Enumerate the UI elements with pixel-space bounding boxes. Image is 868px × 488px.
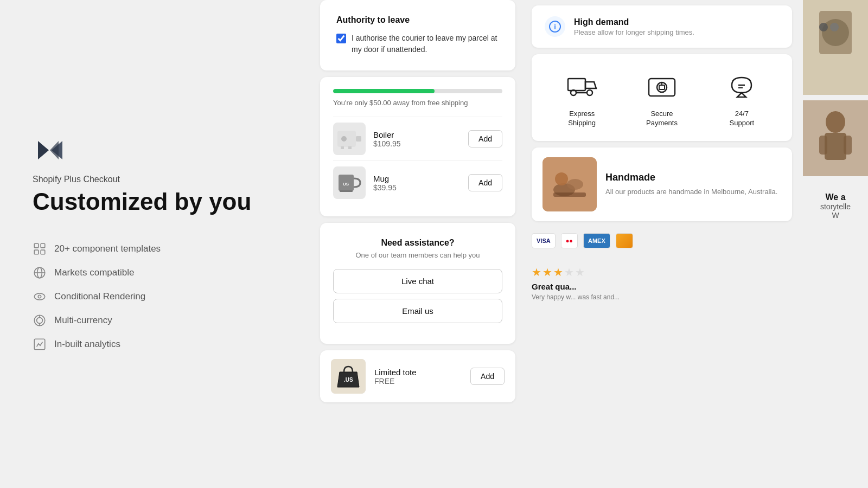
svg-rect-5 xyxy=(34,250,39,254)
svg-point-31 xyxy=(587,90,592,95)
svg-rect-53 xyxy=(844,136,852,155)
stars-row: ★ ★ ★ ★ ★ xyxy=(532,266,792,279)
handmade-card: Handmade All our products are handmade i… xyxy=(532,147,792,221)
svg-rect-29 xyxy=(568,79,585,91)
svg-marker-0 xyxy=(38,141,49,159)
feature-item-components: 20+ component templates xyxy=(33,242,282,256)
star-2: ★ xyxy=(542,266,552,279)
mug-image: US xyxy=(333,166,366,199)
svg-rect-20 xyxy=(341,146,344,149)
authority-checkbox-row: I authorise the courier to leave my parc… xyxy=(336,33,499,55)
svg-text:.US: .US xyxy=(344,377,353,383)
high-demand-title: High demand xyxy=(574,17,694,27)
truck-icon-box xyxy=(565,69,599,104)
high-demand-card: i High demand Please allow for longer sh… xyxy=(532,5,792,48)
feature-item-analytics: In-built analytics xyxy=(33,337,282,351)
live-chat-button[interactable]: Live chat xyxy=(333,269,502,293)
tote-name: Limited tote xyxy=(374,368,462,377)
handmade-subtitle: All our products are handmade in Melbour… xyxy=(605,187,777,197)
visa-logo: VISA xyxy=(532,233,556,248)
product-thumb-1-image xyxy=(803,0,868,95)
chart-icon xyxy=(33,337,47,351)
feature-item-rendering: Conditional Rendering xyxy=(33,290,282,304)
svg-rect-33 xyxy=(649,79,675,96)
review-section: ★ ★ ★ ★ ★ Great qua... Very happy w... w… xyxy=(532,260,792,306)
boiler-image xyxy=(333,123,366,155)
tote-image: .US xyxy=(331,359,366,394)
progress-bar-bg xyxy=(333,89,502,93)
boiler-info: Boiler $109.95 xyxy=(373,130,461,148)
svg-rect-6 xyxy=(41,250,45,254)
storyteller-title: We a xyxy=(808,192,863,202)
svg-rect-3 xyxy=(34,243,39,248)
secure-payments-label: SecurePayments xyxy=(646,110,678,128)
authority-checkbox-label: I authorise the courier to leave my parc… xyxy=(352,33,499,55)
high-demand-subtitle: Please allow for longer shipping times. xyxy=(574,28,694,36)
svg-text:US: US xyxy=(343,182,349,187)
svg-rect-18 xyxy=(356,136,361,142)
support-icon-box xyxy=(724,69,759,104)
mug-name: Mug xyxy=(373,174,461,183)
product-row-mug: US Mug $39.95 Add xyxy=(333,160,502,204)
payment-icon xyxy=(646,73,678,100)
tote-card: .US Limited tote FREE Add xyxy=(320,350,515,402)
assistance-title: Need assistance? xyxy=(333,238,502,248)
right-panel: i High demand Please allow for longer sh… xyxy=(521,0,803,488)
features-row: ExpressShipping SecurePayments xyxy=(545,69,779,128)
assistance-subtitle: One of our team members can help you xyxy=(333,251,502,259)
svg-point-42 xyxy=(555,172,568,185)
info-icon-circle: i xyxy=(545,16,565,37)
product-thumb-2 xyxy=(803,100,868,176)
authority-checkbox[interactable] xyxy=(336,34,346,43)
grid-icon xyxy=(33,242,47,256)
handmade-title: Handmade xyxy=(605,172,777,183)
payment-logos-row: VISA ●● AMEX xyxy=(532,228,792,254)
logo-icon xyxy=(33,137,71,164)
svg-point-41 xyxy=(567,179,583,190)
eye-icon xyxy=(33,290,47,304)
email-button[interactable]: Email us xyxy=(333,299,502,323)
mug-add-button[interactable]: Add xyxy=(468,174,502,191)
star-4-empty: ★ xyxy=(564,266,574,279)
features-card: ExpressShipping SecurePayments xyxy=(532,54,792,141)
mastercard-logo: ●● xyxy=(561,233,578,248)
mug-price: $39.95 xyxy=(373,183,461,192)
star-3: ★ xyxy=(553,266,563,279)
secure-payments-block: SecurePayments xyxy=(624,69,699,128)
left-panel: Shopify Plus Checkout Customized by you … xyxy=(0,0,315,488)
mug-info: Mug $39.95 xyxy=(373,174,461,192)
product-row-boiler: Boiler $109.95 Add xyxy=(333,117,502,160)
boiler-add-button[interactable]: Add xyxy=(468,130,502,147)
shopify-label: Shopify Plus Checkout xyxy=(33,175,282,184)
feature-item-currency: Multi-currency xyxy=(33,313,282,328)
svg-point-50 xyxy=(826,111,845,133)
globe-icon xyxy=(33,266,47,280)
progress-bar-fill xyxy=(333,89,435,93)
star-5-empty: ★ xyxy=(575,266,585,279)
review-title: Great qua... xyxy=(532,282,792,291)
svg-rect-23 xyxy=(340,190,353,192)
info-icon: i xyxy=(549,21,561,33)
tote-add-button[interactable]: Add xyxy=(470,368,505,385)
storyteller-text: storytelle xyxy=(808,202,863,211)
storyteller-w: W xyxy=(808,211,863,220)
handmade-text: Handmade All our products are handmade i… xyxy=(605,172,777,197)
star-1: ★ xyxy=(532,266,541,279)
svg-point-48 xyxy=(830,23,839,31)
svg-rect-35 xyxy=(659,85,665,89)
progress-label: You're only $50.00 away from free shippi… xyxy=(333,99,502,107)
assistance-card: Need assistance? One of our team members… xyxy=(320,223,515,344)
middle-panel: Authority to leave I authorise the couri… xyxy=(315,0,521,488)
svg-point-47 xyxy=(819,23,828,31)
tote-price: FREE xyxy=(374,377,462,386)
handmade-image xyxy=(542,157,597,211)
support-block: 24/7Support xyxy=(705,69,779,128)
feature-item-markets: Markets compatible xyxy=(33,266,282,280)
far-right-panel: We a storytelle W xyxy=(803,0,868,488)
express-shipping-label: ExpressShipping xyxy=(568,110,596,128)
express-shipping-block: ExpressShipping xyxy=(545,69,619,128)
payment-icon-box xyxy=(644,69,679,104)
svg-rect-43 xyxy=(553,192,586,197)
support-label: 24/7Support xyxy=(730,110,755,128)
boiler-name: Boiler xyxy=(373,130,461,139)
